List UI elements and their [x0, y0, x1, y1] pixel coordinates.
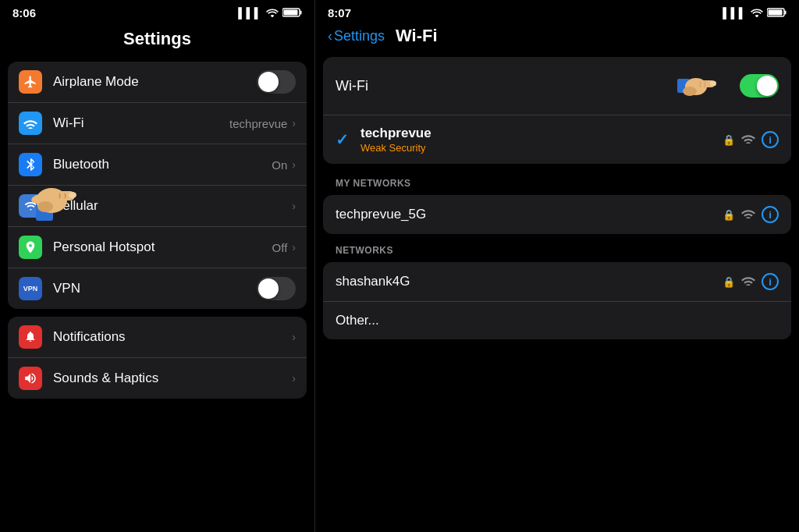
- networks-header: NETWORKS: [315, 237, 799, 259]
- sidebar-item-sounds[interactable]: Sounds & Haptics ›: [8, 358, 307, 399]
- right-status-bar: 8:07 ▌▌▌: [315, 0, 799, 23]
- cellular-icon: [19, 194, 42, 218]
- hotspot-label: Personal Hotspot: [53, 239, 272, 255]
- svg-rect-11: [769, 10, 783, 16]
- svg-rect-10: [785, 11, 787, 15]
- sidebar-item-wifi[interactable]: Wi-Fi techprevue ›: [8, 103, 307, 144]
- airplane-icon: [19, 70, 42, 94]
- connected-network-subtitle: Weak Security: [360, 142, 723, 154]
- notifications-icon: [19, 325, 42, 349]
- notifications-chevron-icon: ›: [292, 331, 296, 343]
- list-item[interactable]: techprevue_5G 🔒 i: [323, 195, 791, 234]
- hand-illustration: [671, 66, 733, 105]
- wifi-signal-icon-3: [741, 275, 755, 289]
- connected-network-row[interactable]: ✓ techprevue Weak Security 🔒 i: [323, 115, 791, 164]
- my-networks-section: MY NETWORKS techprevue_5G 🔒 i: [315, 170, 799, 237]
- my-networks-header: MY NETWORKS: [315, 170, 799, 192]
- wifi-signal-icon-2: [741, 207, 755, 222]
- wifi-status-icon: [266, 6, 279, 20]
- cellular-label: Cellular: [53, 198, 292, 214]
- airplane-toggle[interactable]: [257, 70, 296, 94]
- bluetooth-chevron-icon: ›: [292, 158, 296, 171]
- bluetooth-label: Bluetooth: [53, 157, 272, 172]
- airplane-label: Airplane Mode: [53, 74, 257, 90]
- right-status-icons: ▌▌▌: [723, 6, 787, 20]
- back-label: Settings: [334, 28, 385, 44]
- bottom-settings-list: Notifications › Sounds & Haptics ›: [8, 317, 307, 399]
- notifications-label: Notifications: [53, 329, 292, 345]
- connected-network-info: techprevue Weak Security: [360, 126, 723, 154]
- list-item[interactable]: shashank4G 🔒 i: [323, 262, 791, 302]
- sidebar-item-hotspot[interactable]: Personal Hotspot Off ›: [8, 227, 307, 268]
- connected-network-icons: 🔒 i: [723, 131, 779, 148]
- back-button[interactable]: ‹ Settings: [328, 28, 385, 44]
- signal-icon: ▌▌▌: [238, 7, 262, 19]
- lock-icon: 🔒: [723, 134, 735, 146]
- sounds-icon: [19, 367, 42, 390]
- left-status-icons: ▌▌▌: [238, 6, 302, 20]
- network-name: shashank4G: [336, 274, 723, 289]
- right-wifi-icon: [751, 6, 763, 20]
- right-nav: ‹ Settings Wi-Fi: [315, 23, 799, 54]
- right-time: 8:07: [328, 6, 351, 20]
- battery-icon: [282, 6, 302, 20]
- shashank-network-icons: 🔒 i: [723, 273, 779, 290]
- wifi-icon: [19, 112, 42, 135]
- lock-icon-3: 🔒: [723, 276, 735, 288]
- right-battery-icon: [767, 6, 787, 20]
- list-item[interactable]: Other...: [323, 302, 791, 339]
- svg-point-18: [683, 87, 697, 96]
- vpn-icon: VPN: [19, 277, 42, 300]
- other-network-label: Other...: [336, 313, 779, 328]
- vpn-toggle[interactable]: [257, 277, 296, 300]
- wifi-section: Wi-Fi: [323, 57, 791, 164]
- right-signal-icon: ▌▌▌: [723, 7, 747, 19]
- sounds-chevron-icon: ›: [292, 372, 296, 385]
- bluetooth-icon: [19, 153, 42, 176]
- checkmark-icon: ✓: [336, 130, 351, 149]
- left-status-bar: 8:06 ▌▌▌: [0, 0, 314, 23]
- network-row-icons: 🔒 i: [723, 206, 779, 223]
- network-name: techprevue_5G: [336, 207, 723, 222]
- left-page-title: Settings: [0, 23, 314, 57]
- wifi-section-label: Wi-Fi: [336, 78, 671, 94]
- hotspot-chevron-icon: ›: [292, 241, 296, 254]
- svg-rect-2: [284, 10, 298, 16]
- lock-icon-2: 🔒: [723, 209, 735, 221]
- sidebar-item-airplane[interactable]: Airplane Mode: [8, 62, 307, 103]
- wifi-strength-icon: [741, 133, 755, 147]
- right-page-title: Wi-Fi: [396, 26, 438, 46]
- my-network-info-icon[interactable]: i: [762, 206, 779, 223]
- back-chevron-icon: ‹: [328, 28, 332, 44]
- vpn-label: VPN: [53, 281, 257, 296]
- connected-network-name: techprevue: [360, 126, 723, 141]
- right-panel: 8:07 ▌▌▌ ‹ Settings Wi-Fi Wi-Fi: [315, 0, 799, 532]
- wifi-toggle[interactable]: [740, 74, 779, 98]
- sidebar-item-notifications[interactable]: Notifications ›: [8, 317, 307, 358]
- left-time: 8:06: [12, 6, 36, 20]
- main-settings-list: Airplane Mode Wi-Fi techprevue › Bluetoo…: [8, 62, 307, 309]
- svg-point-15: [710, 81, 716, 87]
- cellular-chevron-icon: ›: [292, 200, 296, 212]
- sidebar-item-bluetooth[interactable]: Bluetooth On ›: [8, 144, 307, 186]
- hotspot-value: Off: [272, 241, 288, 254]
- my-networks-list: techprevue_5G 🔒 i: [323, 195, 791, 234]
- sidebar-item-vpn[interactable]: VPN VPN: [8, 268, 307, 309]
- shashank-info-icon[interactable]: i: [762, 273, 779, 290]
- bluetooth-value: On: [272, 158, 287, 172]
- wifi-value: techprevue: [229, 117, 287, 130]
- wifi-label: Wi-Fi: [53, 115, 229, 131]
- other-networks-section: NETWORKS shashank4G 🔒 i Other...: [315, 237, 799, 342]
- svg-rect-1: [300, 11, 302, 15]
- sounds-label: Sounds & Haptics: [53, 371, 292, 386]
- left-panel: 8:06 ▌▌▌ Settings Airplane Mode: [0, 0, 314, 532]
- connected-info-icon[interactable]: i: [762, 131, 779, 148]
- wifi-chevron-icon: ›: [292, 117, 296, 129]
- sidebar-item-cellular[interactable]: Cellular ›: [8, 186, 307, 227]
- wifi-toggle-row[interactable]: Wi-Fi: [323, 57, 791, 115]
- hotspot-icon: [19, 236, 42, 259]
- other-networks-list: shashank4G 🔒 i Other...: [323, 262, 791, 339]
